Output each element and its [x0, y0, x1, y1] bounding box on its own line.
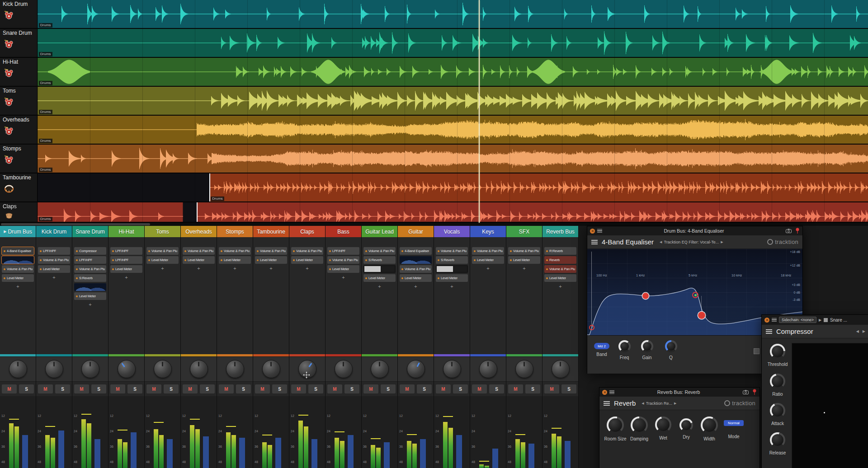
mute-button[interactable]: M: [363, 384, 378, 393]
solo-button[interactable]: S: [308, 384, 323, 393]
solo-button[interactable]: S: [344, 384, 359, 393]
add-plugin-button[interactable]: +: [181, 265, 217, 272]
solo-button[interactable]: S: [91, 384, 106, 393]
track-lane[interactable]: Drums: [38, 145, 868, 173]
track-waveform[interactable]: [38, 58, 868, 86]
reverb-window-titlebar[interactable]: Reverb Bus: Reverb: [599, 388, 760, 397]
pan-knob[interactable]: [9, 360, 27, 378]
pin-icon[interactable]: [752, 389, 757, 395]
track-waveform[interactable]: [38, 29, 868, 57]
plugin-row[interactable]: Volume & Pan Plugin: [2, 265, 34, 273]
close-icon[interactable]: [590, 229, 595, 234]
strip-header[interactable]: ▶ SFX: [506, 226, 542, 237]
pan-knob[interactable]: [262, 360, 280, 378]
strip-header[interactable]: ▶ Tambourine: [253, 226, 289, 237]
plugin-row[interactable]: Volume & Pan Plugin: [544, 265, 576, 273]
plugin-menu-icon[interactable]: [591, 240, 598, 244]
release-knob[interactable]: [770, 432, 785, 448]
strip-header[interactable]: ▶ Overheads: [181, 226, 217, 237]
plugin-row[interactable]: Level Meter: [400, 274, 432, 282]
plugin-row[interactable]: Volume & Pan Plugin: [472, 247, 504, 255]
eq-curve-thumbnail[interactable]: [400, 256, 432, 264]
mute-button[interactable]: M: [74, 384, 89, 393]
plugin-meter-thumbnail[interactable]: [436, 265, 468, 273]
playhead[interactable]: [479, 0, 480, 223]
compressor-window-titlebar[interactable]: Sidechain: <none> ▶ Snare ...: [762, 315, 868, 325]
plugin-row[interactable]: Volume & Pan Plugin: [38, 256, 70, 264]
pan-knob[interactable]: [515, 360, 533, 378]
plugin-row[interactable]: Level Meter: [110, 265, 142, 273]
pan-knob[interactable]: [45, 360, 63, 378]
strip-header[interactable]: ▶ Reverb Bus: [542, 226, 578, 237]
mute-button[interactable]: M: [472, 384, 487, 393]
solo-button[interactable]: S: [200, 384, 215, 393]
plugin-row[interactable]: LPF/HPF: [110, 247, 142, 255]
solo-button[interactable]: S: [561, 384, 576, 393]
eq-extra-icon[interactable]: [754, 348, 760, 354]
mute-button[interactable]: M: [291, 384, 306, 393]
room-size-knob[interactable]: [607, 417, 624, 434]
plugin-row[interactable]: LPF/HPF: [74, 256, 106, 264]
plugin-row[interactable]: Level Meter: [74, 292, 106, 300]
track-lane[interactable]: Drums: [38, 29, 868, 57]
plugin-row[interactable]: Level Meter: [472, 256, 504, 264]
mute-button[interactable]: M: [400, 384, 415, 393]
pan-knob[interactable]: [118, 360, 136, 378]
mute-button[interactable]: M: [508, 384, 523, 393]
next-preset-icon[interactable]: ▶: [721, 240, 723, 244]
solo-button[interactable]: S: [19, 384, 34, 393]
plugin-row[interactable]: Level Meter: [508, 256, 540, 264]
plugin-row[interactable]: S:Reverb: [74, 274, 106, 282]
add-plugin-button[interactable]: +: [398, 283, 434, 290]
sidechain-selector[interactable]: Sidechain: <none>: [779, 317, 816, 323]
close-icon[interactable]: [602, 390, 607, 395]
add-plugin-button[interactable]: +: [217, 265, 253, 272]
solo-button[interactable]: S: [381, 384, 396, 393]
wet-knob[interactable]: [655, 417, 671, 433]
strip-header[interactable]: ▶ Drum Bus: [0, 226, 36, 237]
plugin-row[interactable]: Level Meter: [183, 256, 215, 264]
plugin-row[interactable]: Compressor: [74, 247, 106, 255]
mode-button[interactable]: Normal: [724, 420, 744, 426]
track-waveform[interactable]: [38, 116, 868, 144]
pan-knob[interactable]: [479, 360, 497, 378]
plugin-row[interactable]: Volume & Pan Plugin: [291, 247, 323, 255]
add-plugin-button[interactable]: +: [72, 301, 108, 308]
eq-node-highpass[interactable]: [589, 325, 594, 330]
pan-knob[interactable]: [407, 360, 425, 378]
add-plugin-button[interactable]: +: [289, 265, 325, 272]
add-plugin-button[interactable]: +: [542, 283, 578, 290]
mute-button[interactable]: M: [110, 384, 125, 393]
routing-grid-icon[interactable]: [824, 318, 828, 322]
threshold-knob[interactable]: [770, 344, 785, 359]
solo-button[interactable]: S: [525, 384, 540, 393]
pan-knob[interactable]: [443, 360, 461, 378]
scrollbar-thumb[interactable]: [1, 223, 150, 225]
solo-button[interactable]: S: [453, 384, 468, 393]
preset-selector[interactable]: ◀ ▶: [856, 329, 865, 333]
strip-header[interactable]: ▶ Bass: [326, 226, 361, 237]
track-header[interactable]: Kick Drum: [0, 0, 38, 28]
track-header[interactable]: Tambourine: [0, 173, 38, 201]
horizontal-scrollbar[interactable]: [0, 223, 868, 226]
solo-button[interactable]: S: [55, 384, 70, 393]
plugin-row[interactable]: Level Meter: [2, 274, 34, 282]
pin-icon[interactable]: [795, 228, 800, 234]
add-plugin-button[interactable]: +: [362, 283, 397, 290]
track-lane[interactable]: Drums: [38, 87, 868, 115]
plugin-row[interactable]: Volume & Pan Plugin: [255, 247, 287, 255]
plugin-row[interactable]: Level Meter: [146, 256, 179, 264]
pan-knob[interactable]: [154, 360, 172, 378]
pan-knob[interactable]: [371, 360, 389, 378]
plugin-row[interactable]: 4-Band Equaliser: [400, 247, 432, 255]
plugin-row[interactable]: Volume & Pan Plugin: [74, 265, 106, 273]
plugin-menu-icon[interactable]: [766, 329, 772, 334]
dry-knob[interactable]: [679, 418, 693, 432]
track-lane[interactable]: Drums: [38, 0, 868, 28]
track-header[interactable]: Stomps: [0, 145, 38, 173]
track-waveform[interactable]: [38, 0, 868, 28]
strip-header[interactable]: ▶ Guitar Lead: [362, 226, 397, 237]
strip-header[interactable]: ▶ Hi-Hat: [108, 226, 144, 237]
ratio-knob[interactable]: [770, 374, 785, 389]
plugin-row[interactable]: Level Meter: [255, 256, 287, 264]
